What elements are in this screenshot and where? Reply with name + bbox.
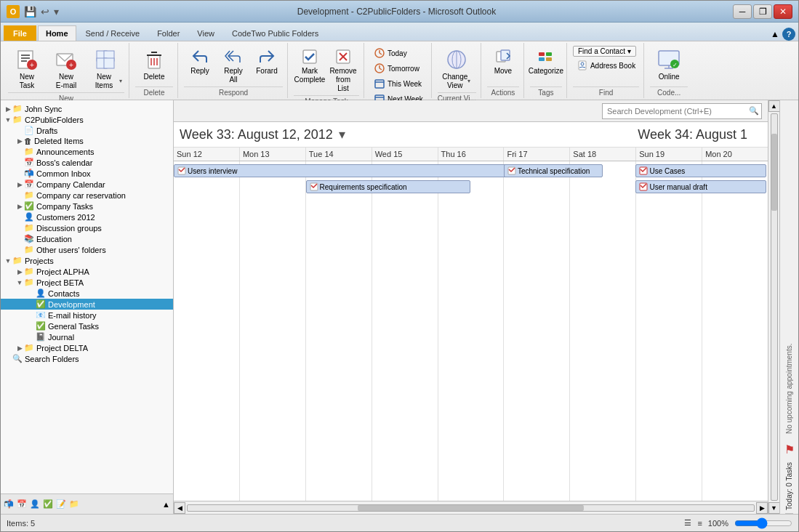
ribbon-collapse-icon[interactable]: ▲	[771, 29, 779, 39]
scroll-left-button[interactable]: ◀	[174, 502, 185, 514]
sidebar-item-announcements[interactable]: ▶ 📁 Announcements	[1, 146, 173, 157]
sidebar-item-search-folders[interactable]: ▶ 🔍 Search Folders	[1, 353, 173, 364]
help-icon[interactable]: ?	[782, 28, 795, 41]
mark-complete-button[interactable]: MarkComplete	[294, 46, 326, 86]
reply-all-button[interactable]: Reply All	[217, 46, 249, 86]
task-users-interview[interactable]: Users interview	[174, 164, 537, 177]
h-scrollbar-track[interactable]	[187, 504, 755, 512]
new-email-button[interactable]: + NewE-mail	[47, 46, 85, 92]
sidebar-item-discussion-groups[interactable]: ▶ 📁 Discussion groups	[1, 222, 173, 233]
sidebar-item-other-users[interactable]: ▶ 📁 Other users' folders	[1, 244, 173, 255]
sidebar-item-company-car[interactable]: ▶ 📁 Company car reservation	[1, 190, 173, 201]
deleted-toggle[interactable]: ▶	[15, 137, 24, 145]
sidebar-item-deleted-items[interactable]: ▶ 🗑 Deleted Items	[1, 136, 173, 146]
sidebar-item-c2publicfolders[interactable]: ▼ 📁 C2PublicFolders	[1, 114, 173, 125]
h-scrollbar-thumb[interactable]	[358, 505, 585, 511]
tab-send-receive[interactable]: Send / Receive	[78, 25, 148, 41]
address-book-button[interactable]: Address Book	[573, 58, 639, 73]
company-car-label: Company car reservation	[36, 191, 126, 200]
tab-folder[interactable]: Folder	[149, 25, 188, 41]
sidebar-item-contacts[interactable]: ▶ 👤 Contacts	[1, 288, 173, 299]
sidebar-item-boss-calendar[interactable]: ▶ 📅 Boss's calendar	[1, 157, 173, 168]
calendar-grid: Sun 12 Mon 13 Tue 14 Wed 15 Thu 16 Fri 1…	[174, 148, 768, 501]
sidebar-folder-icon[interactable]: 📁	[69, 499, 79, 509]
sidebar-contacts-icon[interactable]: 👤	[30, 499, 40, 509]
view-normal-icon[interactable]: ☰	[684, 518, 691, 528]
move-button[interactable]: Move	[487, 46, 519, 78]
other-users-label: Other users' folders	[36, 246, 106, 254]
sidebar-item-development[interactable]: ▶ ✅ Development	[1, 299, 173, 310]
sidebar-item-project-delta[interactable]: ▶ 📁 Project DELTA	[1, 342, 173, 353]
restore-button[interactable]: ❐	[753, 4, 772, 19]
sidebar-item-general-tasks[interactable]: ▶ ✅ General Tasks	[1, 321, 173, 331]
tab-file[interactable]: File	[4, 25, 36, 41]
sidebar-item-john-sync[interactable]: ▶ 📁 John Sync	[1, 103, 173, 114]
sidebar-more-icon[interactable]: ▲	[162, 500, 170, 509]
sidebar-item-project-beta[interactable]: ▼ 📁 Project BETA	[1, 277, 173, 288]
user-manual-icon	[639, 182, 648, 191]
categorize-button[interactable]: Categorize	[530, 46, 562, 78]
search-submit-icon[interactable]: 🔍	[749, 106, 759, 116]
week-dropdown-icon[interactable]: ▾	[339, 126, 345, 142]
company-tasks-toggle[interactable]: ▶	[15, 203, 24, 210]
save-quick-icon[interactable]: 💾	[23, 6, 38, 17]
sidebar-item-projects[interactable]: ▼ 📁 Projects	[1, 255, 173, 266]
project-alpha-toggle[interactable]: ▶	[15, 268, 24, 275]
sidebar-tasks-icon[interactable]: ✅	[43, 499, 53, 509]
task-user-manual[interactable]: User manual draft	[635, 180, 766, 193]
find-contact-button[interactable]: Find a Contact ▾	[573, 46, 636, 57]
sidebar-item-customers-2012[interactable]: ▶ 👤 Customers 2012	[1, 211, 173, 222]
sidebar-item-company-calendar[interactable]: ▶ 📅 Company Calendar	[1, 179, 173, 190]
tab-view[interactable]: View	[189, 25, 222, 41]
find-contact-label: Find a Contact ▾	[578, 47, 631, 55]
v-scrollbar: ▲ ▼	[768, 100, 779, 514]
users-interview-icon	[177, 166, 186, 175]
projects-toggle[interactable]: ▼	[4, 257, 12, 265]
more-quick-icon[interactable]: ▾	[52, 6, 60, 17]
sidebar-item-education[interactable]: ▶ 📚 Education	[1, 233, 173, 244]
sidebar-mail-icon[interactable]: 📬	[4, 499, 14, 509]
sidebar-item-drafts[interactable]: ▶ 📄 Drafts	[1, 125, 173, 136]
company-calendar-toggle[interactable]: ▶	[15, 181, 24, 188]
today-button[interactable]: Today	[370, 46, 411, 60]
reply-button[interactable]: Reply	[184, 46, 216, 78]
view-list-icon[interactable]: ≡	[697, 519, 702, 528]
zoom-slider[interactable]	[734, 517, 792, 529]
task-requirements-spec[interactable]: Requirements specification	[306, 180, 471, 193]
forward-button[interactable]: For­ard	[251, 46, 283, 78]
sidebar-notes-icon[interactable]: 📝	[56, 499, 66, 509]
change-view-button[interactable]: ChangeView ▾	[438, 46, 475, 92]
scroll-right-button[interactable]: ▶	[756, 502, 768, 514]
task-technical-spec[interactable]: Technical specification	[504, 164, 603, 177]
sidebar-item-journal[interactable]: ▶ 📓 Journal	[1, 331, 173, 342]
online-button[interactable]: ✓ Online	[650, 46, 688, 84]
tab-home[interactable]: Home	[38, 25, 76, 41]
c2publicfolders-toggle[interactable]: ▼	[4, 116, 12, 124]
project-delta-toggle[interactable]: ▶	[15, 344, 24, 352]
sidebar-item-company-tasks[interactable]: ▶ ✅ Company Tasks	[1, 201, 173, 211]
john-sync-toggle[interactable]: ▶	[4, 105, 12, 113]
tab-codetwo[interactable]: CodeTwo Public Folders	[224, 25, 326, 41]
close-button[interactable]: ✕	[774, 4, 792, 19]
new-task-button[interactable]: + NewTask	[8, 46, 46, 92]
today-tasks-text: Today: 0 Tasks	[785, 459, 793, 514]
undo-quick-icon[interactable]: ↩	[39, 6, 51, 17]
v-scrollbar-thumb[interactable]	[771, 134, 777, 211]
scroll-down-button[interactable]: ▼	[768, 502, 780, 514]
project-beta-toggle[interactable]: ▼	[15, 279, 24, 286]
task-use-cases[interactable]: Use Cases	[635, 164, 766, 177]
sidebar-item-project-alpha[interactable]: ▶ 📁 Project ALPHA	[1, 266, 173, 277]
sidebar-item-email-history[interactable]: ▶ 📧 E-mail history	[1, 310, 173, 321]
sidebar-calendar-icon[interactable]: 📅	[17, 499, 27, 509]
new-email-label: NewE-mail	[56, 73, 76, 90]
tomorrow-button[interactable]: Tomorrow	[370, 61, 423, 76]
remove-from-list-button[interactable]: Removefrom List	[327, 46, 359, 95]
v-scrollbar-track[interactable]	[771, 113, 778, 501]
this-week-button[interactable]: This Week	[370, 76, 425, 91]
new-items-button[interactable]: New Items ▾	[87, 46, 124, 92]
scroll-up-button[interactable]: ▲	[768, 100, 780, 112]
sidebar-item-common-inbox[interactable]: ▶ 📬 Common Inbox	[1, 168, 173, 179]
delete-button[interactable]: Delete	[135, 46, 173, 84]
minimize-button[interactable]: ─	[733, 4, 752, 19]
search-input[interactable]	[602, 103, 762, 119]
